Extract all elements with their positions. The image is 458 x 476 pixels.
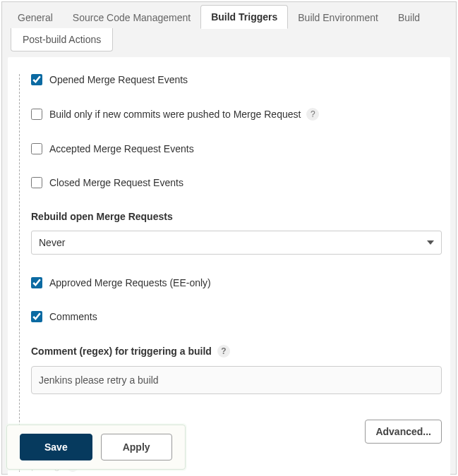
footer-actions: Save Apply	[6, 425, 186, 470]
label-closed-mr: Closed Merge Request Events	[49, 177, 183, 188]
label-accepted-mr: Accepted Merge Request Events	[49, 143, 194, 154]
row-accepted-mr: Accepted Merge Request Events	[31, 143, 442, 154]
tab-build-environment[interactable]: Build Environment	[288, 6, 388, 29]
checkbox-comments[interactable]	[31, 311, 42, 322]
chevron-down-icon	[427, 240, 434, 245]
row-build-only: Build only if new commits were pushed to…	[31, 108, 442, 121]
tab-post-build-actions[interactable]: Post-build Actions	[11, 28, 113, 51]
row-opened-mr: Opened Merge Request Events	[31, 74, 442, 85]
row-closed-mr: Closed Merge Request Events	[31, 177, 442, 188]
row-approved-mr: Approved Merge Requests (EE-only)	[31, 277, 442, 288]
rebuild-label: Rebuild open Merge Requests	[31, 211, 442, 222]
help-icon[interactable]: ?	[217, 345, 230, 358]
label-comments: Comments	[49, 311, 97, 322]
save-button[interactable]: Save	[20, 434, 92, 460]
rebuild-value: Never	[39, 237, 65, 248]
config-panel: General Source Code Management Build Tri…	[1, 1, 457, 475]
comment-regex-input[interactable]	[31, 366, 442, 394]
content-area: Opened Merge Request Events Build only i…	[8, 57, 450, 476]
label-approved-mr: Approved Merge Requests (EE-only)	[49, 277, 211, 288]
comment-regex-label: Comment (regex) for triggering a build ?	[31, 345, 442, 358]
help-icon[interactable]: ?	[306, 108, 319, 121]
checkbox-approved-mr[interactable]	[31, 277, 42, 288]
rebuild-select[interactable]: Never	[31, 231, 442, 255]
main-tabs: General Source Code Management Build Tri…	[2, 2, 456, 29]
trigger-section: Opened Merge Request Events Build only i…	[19, 74, 442, 472]
advanced-button[interactable]: Advanced...	[365, 420, 442, 444]
sub-tabs: Post-build Actions	[2, 28, 456, 51]
checkbox-closed-mr[interactable]	[31, 177, 42, 188]
tab-build-triggers[interactable]: Build Triggers	[200, 5, 288, 29]
checkbox-accepted-mr[interactable]	[31, 143, 42, 154]
comment-regex-text: Comment (regex) for triggering a build	[31, 346, 212, 357]
tab-general[interactable]: General	[8, 6, 63, 29]
row-comments: Comments	[31, 311, 442, 322]
label-build-only: Build only if new commits were pushed to…	[49, 109, 301, 120]
checkbox-build-only[interactable]	[31, 109, 42, 120]
apply-button[interactable]: Apply	[101, 434, 172, 460]
label-opened-mr: Opened Merge Request Events	[49, 74, 188, 85]
tab-build[interactable]: Build	[388, 6, 430, 29]
tab-source-code-management[interactable]: Source Code Management	[63, 6, 200, 29]
checkbox-opened-mr[interactable]	[31, 74, 42, 85]
